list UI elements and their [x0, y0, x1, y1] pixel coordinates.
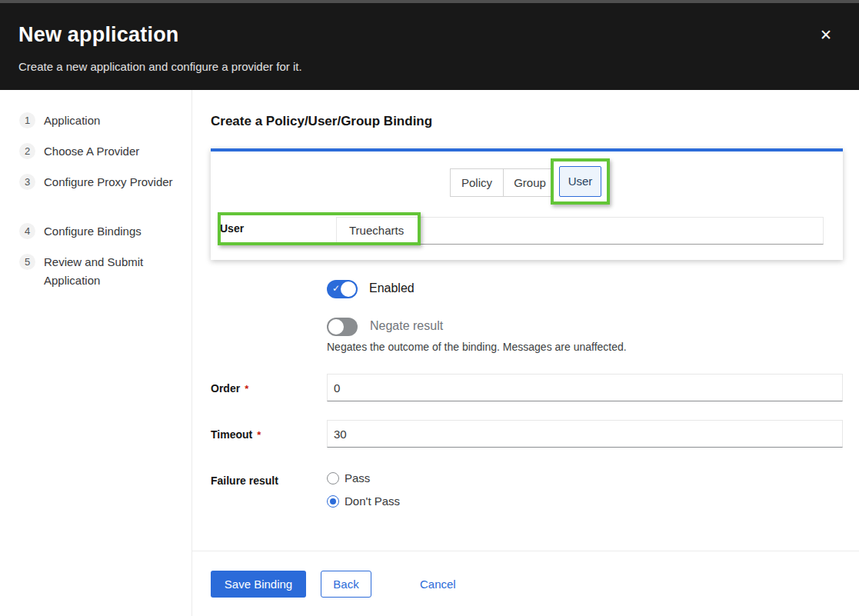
step-label: Configure Bindings	[44, 222, 182, 241]
sidebar-step-application[interactable]: 1 Application	[19, 112, 182, 130]
footer-divider	[192, 551, 859, 551]
step-label: Configure Proxy Provider	[44, 173, 182, 191]
step-label: Review and Submit Application	[44, 253, 182, 290]
check-icon: ✓	[332, 283, 340, 294]
modal-subtitle: Create a new application and configure a…	[18, 60, 302, 73]
sidebar-step-review-submit[interactable]: 5 Review and Submit Application	[19, 253, 182, 290]
binding-type-tab-group: Policy Group	[450, 168, 557, 197]
negate-result-help-text: Negates the outcome of the binding. Mess…	[327, 341, 627, 353]
step-number-badge: 5	[19, 254, 35, 270]
modal-title: New application	[18, 23, 179, 47]
tab-group[interactable]: Group	[503, 168, 557, 197]
radio-label: Don't Pass	[345, 494, 400, 508]
sidebar-step-configure-proxy-provider[interactable]: 3 Configure Proxy Provider	[19, 173, 182, 191]
annotation-box-user-value	[218, 212, 421, 245]
wizard-sidebar: 1 Application 2 Choose A Provider 3 Conf…	[0, 90, 192, 616]
step-number-badge: 1	[19, 112, 35, 128]
toggle-knob	[328, 319, 344, 335]
failure-result-field-label: Failure result	[211, 474, 278, 487]
timeout-input[interactable]	[327, 420, 843, 448]
step-number-badge: 3	[19, 174, 35, 190]
order-field-label: Order*	[211, 382, 248, 395]
annotation-box-user-tab: User	[551, 158, 610, 205]
tab-policy[interactable]: Policy	[450, 168, 504, 197]
radio-circle-unchecked[interactable]	[327, 472, 339, 484]
tab-user[interactable]: User	[559, 166, 601, 197]
step-number-badge: 2	[19, 143, 35, 159]
toggle-knob	[341, 281, 356, 297]
enabled-toggle-label: Enabled	[369, 281, 415, 295]
step-number-badge: 4	[19, 223, 35, 239]
required-asterisk: *	[245, 383, 248, 395]
cancel-link[interactable]: Cancel	[420, 578, 456, 591]
modal-header: New application Create a new application…	[0, 0, 859, 90]
negate-result-toggle-label: Negate result	[370, 319, 443, 333]
radio-label: Pass	[345, 471, 370, 484]
page-title: Create a Policy/User/Group Binding	[211, 114, 432, 129]
negate-result-toggle[interactable]	[327, 318, 358, 336]
timeout-field-label: Timeout*	[211, 428, 261, 441]
save-binding-button[interactable]: Save Binding	[211, 571, 306, 598]
timeout-label-text: Timeout	[211, 428, 252, 441]
new-application-modal: New application Create a new application…	[0, 0, 859, 616]
enabled-toggle[interactable]: ✓	[327, 280, 358, 298]
required-asterisk: *	[257, 429, 261, 441]
radio-option-pass[interactable]: Pass	[327, 471, 370, 484]
back-button[interactable]: Back	[321, 571, 371, 598]
close-icon[interactable]: ✕	[815, 25, 837, 46]
binding-target-card: Policy Group User User Truecharts	[211, 148, 843, 260]
order-label-text: Order	[211, 382, 240, 395]
sidebar-step-configure-bindings[interactable]: 4 Configure Bindings	[19, 222, 182, 241]
radio-circle-checked[interactable]	[327, 495, 339, 508]
sidebar-step-choose-provider[interactable]: 2 Choose A Provider	[19, 142, 182, 161]
step-label: Application	[44, 112, 182, 130]
step-label: Choose A Provider	[44, 142, 182, 161]
order-input[interactable]	[327, 374, 843, 401]
radio-option-dont-pass[interactable]: Don't Pass	[327, 494, 400, 508]
